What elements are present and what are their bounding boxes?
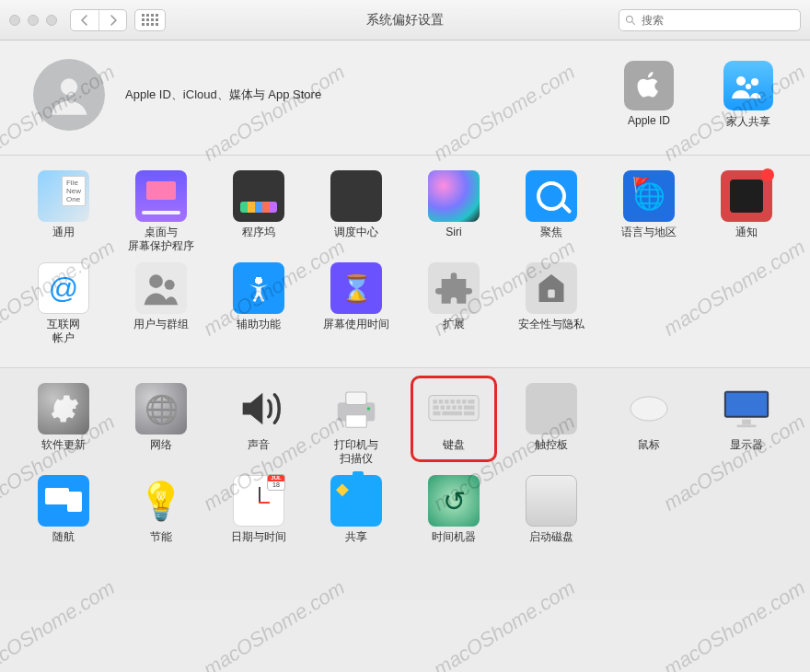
forward-button[interactable] <box>98 10 126 30</box>
pref-users-groups[interactable]: 用户与群组 <box>112 259 210 351</box>
svg-point-10 <box>550 291 553 294</box>
accessibility-icon <box>233 262 284 314</box>
svg-rect-22 <box>468 400 474 404</box>
lightbulb-icon <box>135 475 187 527</box>
pref-trackpad[interactable]: 触控板 <box>503 379 600 471</box>
grid-icon <box>142 14 158 26</box>
svg-rect-23 <box>433 405 438 410</box>
titlebar: 系统偏好设置 <box>0 0 810 41</box>
section-hardware: 软件更新 网络 声音 打印机与 扫描仪 键盘 触控板 鼠标 显示器 随航 节能 … <box>0 368 810 600</box>
svg-rect-31 <box>464 411 475 416</box>
svg-rect-18 <box>445 400 449 404</box>
svg-rect-9 <box>548 290 555 298</box>
back-button[interactable] <box>71 10 98 30</box>
gear-icon <box>38 383 89 434</box>
svg-rect-17 <box>439 400 444 404</box>
system-preferences-window: 系统偏好设置 Apple ID、iCloud、媒体与 App Store App… <box>0 0 810 672</box>
mouse-icon <box>623 383 675 434</box>
hourglass-icon <box>330 262 382 314</box>
pref-energy[interactable]: 节能 <box>112 471 210 563</box>
svg-rect-21 <box>462 400 467 404</box>
apple-id-item[interactable]: Apple ID <box>615 61 683 130</box>
svg-point-6 <box>149 274 163 288</box>
pref-sharing[interactable]: 共享 <box>307 471 405 563</box>
search-icon <box>625 15 636 26</box>
family-sharing-label: 家人共享 <box>714 114 782 130</box>
chevron-left-icon <box>80 15 89 26</box>
svg-point-4 <box>751 78 758 86</box>
account-right: Apple ID 家人共享 <box>615 61 782 130</box>
account-caption: Apple ID、iCloud、媒体与 App Store <box>125 87 321 103</box>
pref-sound[interactable]: 声音 <box>210 379 307 471</box>
svg-point-32 <box>631 397 667 421</box>
svg-line-1 <box>632 21 635 24</box>
pref-extensions[interactable]: 扩展 <box>405 259 503 351</box>
pref-general[interactable]: 通用 <box>15 167 112 259</box>
svg-rect-27 <box>458 405 463 410</box>
svg-point-14 <box>367 407 371 411</box>
svg-rect-24 <box>441 405 446 410</box>
pref-language-region[interactable]: 语言与地区 <box>600 167 698 259</box>
search-field[interactable] <box>619 9 801 31</box>
svg-rect-29 <box>433 411 440 416</box>
svg-rect-30 <box>442 411 462 416</box>
svg-rect-34 <box>726 393 767 416</box>
pref-dock[interactable]: 程序坞 <box>210 167 307 259</box>
disk-icon <box>526 475 577 527</box>
svg-rect-36 <box>736 424 756 427</box>
mission-control-icon <box>330 170 382 222</box>
pref-internet-accounts[interactable]: 互联网 帐户 <box>15 259 112 351</box>
svg-point-8 <box>256 277 261 283</box>
pref-displays[interactable]: 显示器 <box>698 379 795 471</box>
svg-rect-19 <box>450 400 455 404</box>
pref-startup-disk[interactable]: 启动磁盘 <box>503 471 600 563</box>
pref-network[interactable]: 网络 <box>112 379 210 471</box>
show-all-button[interactable] <box>134 9 166 31</box>
pref-screen-time[interactable]: 屏幕使用时间 <box>307 259 405 351</box>
svg-rect-25 <box>446 405 451 410</box>
family-icon <box>723 61 773 110</box>
chevron-right-icon <box>109 15 118 26</box>
section-personal: 通用 桌面与 屏幕保护程序 程序坞 调度中心 Siri 聚焦 语言与地区 通知 … <box>0 156 810 368</box>
at-icon <box>38 262 89 314</box>
svg-rect-13 <box>346 415 367 428</box>
avatar[interactable] <box>33 59 105 131</box>
svg-point-3 <box>736 76 746 86</box>
zoom-dot[interactable] <box>46 15 57 26</box>
trackpad-icon <box>526 383 577 434</box>
pref-keyboard[interactable]: 键盘 <box>405 379 503 471</box>
close-dot[interactable] <box>9 15 20 26</box>
minimize-dot[interactable] <box>28 15 39 26</box>
pref-notifications[interactable]: 通知 <box>698 167 795 259</box>
printer-icon <box>330 383 382 434</box>
pref-siri[interactable]: Siri <box>405 167 503 259</box>
window-controls <box>9 15 57 26</box>
display-icon <box>721 383 772 434</box>
pref-sidecar[interactable]: 随航 <box>15 471 112 563</box>
globe-icon <box>135 383 187 434</box>
notifications-icon <box>721 170 772 222</box>
keyboard-icon <box>428 383 480 434</box>
search-input[interactable] <box>642 14 794 27</box>
puzzle-icon <box>428 262 480 314</box>
pref-security[interactable]: 安全性与隐私 <box>503 259 600 351</box>
pref-time-machine[interactable]: 时间机器 <box>405 471 503 563</box>
house-lock-icon <box>526 262 577 314</box>
pref-printers[interactable]: 打印机与 扫描仪 <box>307 379 405 471</box>
svg-rect-12 <box>346 392 367 405</box>
svg-point-2 <box>61 78 77 95</box>
speaker-icon <box>233 383 284 434</box>
svg-rect-35 <box>742 420 751 425</box>
pref-accessibility[interactable]: 辅助功能 <box>210 259 307 351</box>
sidecar-icon <box>38 475 89 527</box>
pref-software-update[interactable]: 软件更新 <box>15 379 112 471</box>
pref-mouse[interactable]: 鼠标 <box>600 379 698 471</box>
pref-spotlight[interactable]: 聚焦 <box>503 167 600 259</box>
desktop-icon <box>135 170 187 222</box>
pref-date-time[interactable]: JUL18日期与时间 <box>210 471 307 563</box>
family-sharing-item[interactable]: 家人共享 <box>714 61 782 130</box>
pref-mission-control[interactable]: 调度中心 <box>307 167 405 259</box>
folder-share-icon <box>330 475 382 527</box>
pref-desktop[interactable]: 桌面与 屏幕保护程序 <box>112 167 210 259</box>
svg-rect-26 <box>452 405 457 410</box>
